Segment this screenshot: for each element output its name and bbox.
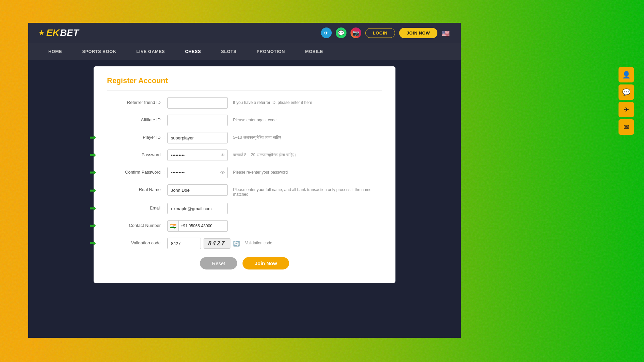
affiliate-hint: Please enter agent code (233, 115, 382, 122)
nav-sports-book[interactable]: SPORTS BOOK (72, 43, 126, 60)
password-arrow: ➡ (90, 151, 96, 160)
sidebar-email-button[interactable]: ✉ (619, 119, 634, 135)
logo-bet: BET (60, 27, 79, 38)
validation-wrapper: 8427 🔄 (167, 238, 240, 249)
player-id-label: Player ID (107, 132, 161, 140)
validation-hint: Validation code (245, 238, 382, 245)
password-input-wrapper: 👁 (167, 149, 228, 161)
password-row: ➡ Password : 👁 पासवर्ड 8 – 20 अलफान्यूमे… (107, 149, 382, 161)
player-id-row: ➡ Player ID : 5–13 अलफान्यूमेरिक होना चा… (107, 132, 382, 143)
confirm-password-label: Confirm Password (107, 167, 161, 175)
player-id-input[interactable] (167, 132, 228, 143)
logo-star: ★ (38, 28, 45, 37)
navbar: HOME SPORTS BOOK LIVE GAMES CHESS SLOTS … (28, 43, 461, 60)
real-name-input[interactable] (167, 184, 228, 196)
real-name-row: ➡ Real Name : Please enter your full nam… (107, 184, 382, 197)
form-buttons: Reset Join Now (107, 257, 382, 269)
validation-input[interactable] (167, 238, 201, 249)
contact-row: ➡ Contact Number : 🇮🇳 (107, 220, 382, 232)
referrer-hint: If you have a referrer ID, please enter … (233, 97, 382, 105)
sidebar-whatsapp-button[interactable]: 💬 (619, 84, 634, 100)
confirm-password-row: ➡ Confirm Password : 👁 Please re-enter y… (107, 167, 382, 178)
nav-chess[interactable]: CHESS (175, 43, 211, 60)
validation-label: Validation code (107, 238, 161, 245)
validation-colon: : (161, 238, 167, 245)
real-name-arrow: ➡ (90, 186, 96, 195)
password-hint: पासवर्ड 8 – 20 अलफान्यूमेरिक होना चाहिए। (233, 149, 382, 157)
player-id-hint: 5–13 अलफान्यूमेरिक होना चाहिए (233, 132, 382, 140)
sidebar-user-button[interactable]: 👤 (619, 67, 634, 82)
captcha-display: 8427 (204, 238, 230, 249)
join-now-header-button[interactable]: JOIN NOW (399, 28, 437, 38)
referrer-row: Referrer friend ID : If you have a refer… (107, 97, 382, 109)
header: ★ EK BET ✈ 💬 📷 LOGIN JOIN NOW 🇺🇸 (28, 23, 461, 43)
confirm-password-hint: Please re-enter your password (233, 167, 382, 175)
password-eye-icon[interactable]: 👁 (220, 153, 225, 158)
email-label: Email (107, 203, 161, 210)
affiliate-label: Affiliate ID (107, 115, 161, 122)
captcha-refresh-icon[interactable]: 🔄 (233, 240, 240, 247)
login-button[interactable]: LOGIN (365, 28, 395, 38)
instagram-icon[interactable]: 📷 (351, 27, 361, 38)
content-area: Register Account Referrer friend ID : If… (28, 60, 461, 338)
real-name-colon: : (161, 184, 167, 192)
contact-label: Contact Number (107, 220, 161, 228)
main-window: ★ EK BET ✈ 💬 📷 LOGIN JOIN NOW 🇺🇸 HOME SP… (28, 23, 461, 338)
language-flag[interactable]: 🇺🇸 (441, 29, 451, 36)
contact-flag[interactable]: 🇮🇳 (168, 221, 179, 231)
password-input[interactable] (167, 149, 228, 161)
logo-ek: EK (46, 27, 59, 38)
affiliate-input[interactable] (167, 115, 228, 126)
referrer-input[interactable] (167, 97, 228, 109)
confirm-password-eye-icon[interactable]: 👁 (220, 170, 225, 175)
email-input[interactable] (167, 203, 228, 214)
contact-input-wrapper: 🇮🇳 (167, 220, 228, 232)
real-name-hint: Please enter your full name, and all ban… (233, 184, 382, 197)
validation-row: ➡ Validation code : 8427 🔄 Validation co… (107, 238, 382, 249)
right-sidebar: 👤 💬 ✈ ✉ (619, 67, 634, 135)
nav-home[interactable]: HOME (38, 43, 72, 60)
confirm-password-arrow: ➡ (90, 168, 96, 177)
confirm-password-input-wrapper: 👁 (167, 167, 228, 178)
whatsapp-icon[interactable]: 💬 (336, 27, 346, 38)
referrer-label: Referrer friend ID (107, 97, 161, 105)
player-id-colon: : (161, 132, 167, 140)
confirm-password-input[interactable] (167, 167, 228, 178)
telegram-icon[interactable]: ✈ (321, 27, 332, 38)
email-row: ➡ Email : (107, 203, 382, 214)
nav-live-games[interactable]: LIVE GAMES (126, 43, 175, 60)
email-colon: : (161, 203, 167, 210)
affiliate-row: Affiliate ID : Please enter agent code (107, 115, 382, 126)
join-now-form-button[interactable]: Join Now (243, 257, 289, 269)
nav-promotion[interactable]: PROMOTION (247, 43, 295, 60)
real-name-label: Real Name (107, 184, 161, 192)
reset-button[interactable]: Reset (200, 257, 237, 269)
register-form-card: Register Account Referrer friend ID : If… (94, 66, 395, 283)
password-label: Password (107, 149, 161, 157)
nav-mobile[interactable]: MOBILE (295, 43, 333, 60)
password-colon: : (161, 149, 167, 157)
logo: ★ EK BET (38, 27, 79, 38)
nav-slots[interactable]: SLOTS (211, 43, 247, 60)
header-right: ✈ 💬 📷 LOGIN JOIN NOW 🇺🇸 (321, 27, 451, 38)
email-arrow: ➡ (90, 204, 96, 213)
player-id-arrow: ➡ (90, 133, 96, 142)
confirm-password-colon: : (161, 167, 167, 175)
referrer-colon: : (161, 97, 167, 105)
validation-arrow: ➡ (90, 239, 96, 248)
contact-number-input[interactable] (179, 222, 228, 230)
contact-colon: : (161, 220, 167, 228)
sidebar-telegram-button[interactable]: ✈ (619, 102, 634, 117)
affiliate-colon: : (161, 115, 167, 122)
form-title: Register Account (107, 76, 382, 90)
contact-arrow: ➡ (90, 222, 96, 230)
